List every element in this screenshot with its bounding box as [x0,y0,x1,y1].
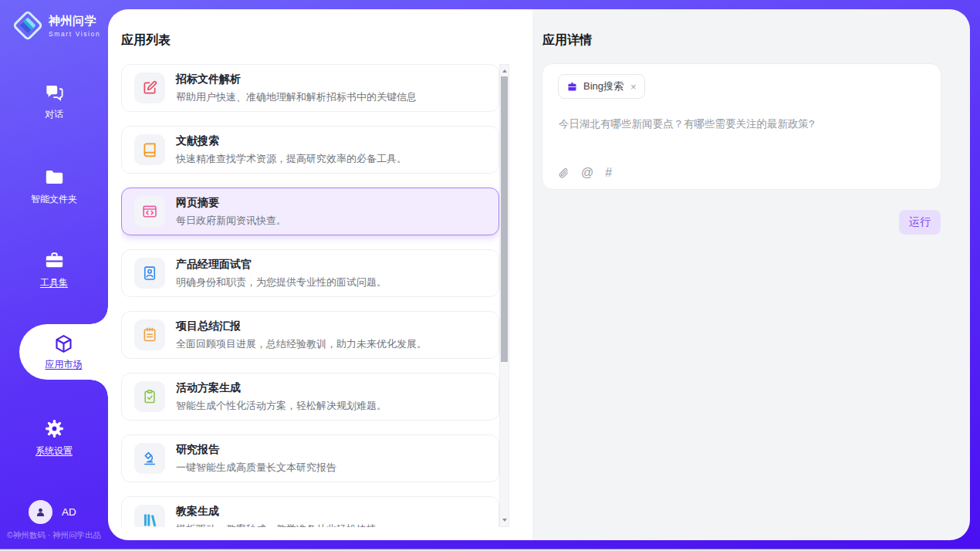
attachment-icon[interactable] [558,167,569,179]
folder-icon [44,167,65,188]
clipboard-check-icon [134,381,165,412]
brand-logo: 神州问学 Smart Vision [12,10,100,41]
copyright-footer: ©神州数码 · 神州问学出品 [7,530,101,541]
browser-code-icon [134,196,165,227]
diamond-logo-icon [12,10,43,41]
scrollbar-thumb[interactable] [501,76,508,362]
sidebar-item-toolkit[interactable]: 工具集 [0,250,108,289]
brand-subtitle: Smart Vision [49,30,100,38]
composer-toolbar: @# [558,167,612,179]
sidebar-item-app-market[interactable]: 应用市场 [19,324,108,380]
app-list-title: 应用列表 [121,32,171,49]
brand-name: 神州问学 [49,14,100,29]
mention-icon[interactable]: @ [581,167,593,179]
user-account[interactable]: AD [29,500,76,524]
interview-icon [134,258,165,289]
scrollbar[interactable] [499,64,509,527]
tool-tag-label: Bing搜索 [583,79,623,93]
app-card[interactable]: 产品经理面试官 明确身份和职责，为您提供专业性的面试问题。 [121,249,499,297]
chat-icon [44,82,65,103]
sidebar-item-smart-folders[interactable]: 智能文件夹 [0,167,108,206]
sidebar-item-chat[interactable]: 对话 [0,82,108,121]
scrollbar-up-icon[interactable] [500,66,509,76]
app-card[interactable]: 教案生成 模板驱动，教案秒成，教学准备从此轻松快捷 [121,496,499,527]
user-initials: AD [62,506,76,518]
sidebar-item-label: 应用市场 [46,358,83,371]
tool-tag-bing-search[interactable]: Bing搜索 × [558,74,645,99]
sidebar-item-label: 系统设置 [35,445,73,458]
sidebar-item-label: 工具集 [40,276,68,289]
run-button[interactable]: 运行 [899,210,941,235]
books-icon [134,505,165,527]
book-icon [134,134,165,165]
query-input[interactable]: 今日湖北有哪些新闻要点？有哪些需要关注的最新政策? [559,117,925,132]
content-area: 应用列表 招标文件解析 帮助用户快速、准确地理解和解析招标书中的关键信息 文献搜… [108,9,970,540]
notepad-icon [134,319,165,350]
app-detail-panel: 应用详情 Bing搜索 × 今日湖北有哪些新闻要点？有哪些需要关注的最新政策? … [532,9,970,540]
avatar[interactable] [29,500,52,524]
composer-card[interactable]: Bing搜索 × 今日湖北有哪些新闻要点？有哪些需要关注的最新政策? @# [542,63,941,190]
app-window: 应用列表 招标文件解析 帮助用户快速、准确地理解和解析招标书中的关键信息 文献搜… [0,0,980,549]
cube-icon [53,333,74,354]
microscope-icon [134,443,165,474]
app-list-panel: 应用列表 招标文件解析 帮助用户快速、准确地理解和解析招标书中的关键信息 文献搜… [108,9,532,540]
briefcase-icon [566,81,578,93]
app-card[interactable]: 研究报告 一键智能生成高质量长文本研究报告 [121,434,499,482]
close-icon[interactable]: × [630,81,637,93]
app-card[interactable]: 项目总结汇报 全面回顾项目进展，总结经验教训，助力未来优化发展。 [121,311,499,359]
sidebar: 神州问学 Smart Vision 对话 智能文件夹 工具集 应用市场 系统设置… [0,0,108,549]
toolbox-icon [44,250,65,271]
gear-icon [44,418,65,439]
app-card[interactable]: 文献搜索 快速精准查找学术资源，提高研究效率的必备工具。 [121,126,499,174]
sidebar-item-label: 对话 [45,108,63,121]
sidebar-item-system-settings[interactable]: 系统设置 [0,418,108,458]
app-detail-title: 应用详情 [542,32,592,49]
app-card[interactable]: 招标文件解析 帮助用户快速、准确地理解和解析招标书中的关键信息 [121,64,499,112]
scrollbar-down-icon[interactable] [500,515,509,526]
sidebar-item-label: 智能文件夹 [31,193,77,206]
hash-icon[interactable]: # [605,167,612,179]
app-card[interactable]: 活动方案生成 智能生成个性化活动方案，轻松解决规划难题。 [121,373,499,421]
app-list: 招标文件解析 帮助用户快速、准确地理解和解析招标书中的关键信息 文献搜索 快速精… [121,64,499,527]
edit-document-icon [134,73,165,103]
app-card[interactable]: 网页摘要 每日政府新闻资讯快查。 [121,188,499,235]
